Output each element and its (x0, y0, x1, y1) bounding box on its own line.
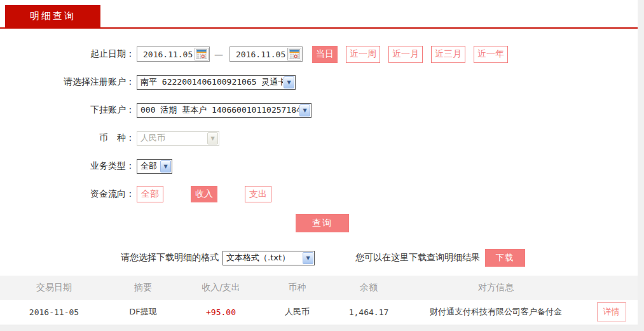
col-header-currency: 币种 (264, 276, 331, 300)
col-header-amount: 收入/支出 (178, 276, 264, 300)
tab-bar: 明细查询 (0, 0, 638, 29)
table-row: 2016-11-05 DF提现 +95.00 人民币 1,464.17 财付通支… (0, 300, 638, 325)
col-header-counterparty: 对方信息 (407, 276, 585, 300)
start-date-input[interactable]: 2016.11.05 (137, 46, 210, 62)
register-account-select[interactable]: 南平 6222001406100921065 灵通卡 ▼ (137, 75, 296, 90)
cell-counterparty: 财付通支付科技有限公司客户备付金 (407, 300, 585, 325)
end-date-value: 2016.11.05 (230, 50, 287, 59)
cell-currency: 人民币 (264, 300, 331, 325)
sub-account-select[interactable]: 000 活期 基本户 1406600101102571848 ▼ (137, 103, 312, 118)
query-form: 起止日期： 2016.11.05 (0, 29, 638, 232)
fund-flow-income-button[interactable]: 收入 (191, 186, 217, 202)
end-date-calendar-icon[interactable] (287, 48, 301, 60)
download-format-select[interactable]: 文本格式（.txt） ▼ (223, 251, 315, 265)
col-header-date: 交易日期 (0, 276, 108, 300)
col-header-action (585, 276, 638, 300)
register-account-row: 请选择注册账户： 南平 6222001406100921065 灵通卡 ▼ (0, 74, 638, 90)
fund-flow-label: 资金流向： (0, 188, 135, 200)
tab-detail-query[interactable]: 明细查询 (5, 5, 100, 27)
download-row: 请您选择下载明细的格式 文本格式（.txt） ▼ 您可以在这里下载查询明细结果 … (0, 249, 638, 267)
chevron-down-icon: ▼ (299, 104, 310, 116)
cell-balance: 1,464.17 (331, 300, 407, 325)
cell-action: 详情 (585, 300, 638, 325)
register-account-label: 请选择注册账户： (0, 76, 135, 88)
chevron-down-icon: ▼ (160, 160, 171, 173)
quick-range-today-button[interactable]: 当日 (312, 46, 338, 63)
biz-type-value: 全部 (137, 160, 160, 172)
currency-value: 人民币 (137, 132, 207, 144)
download-hint: 您可以在这里下载查询明细结果 (355, 252, 480, 264)
biz-type-row: 业务类型： 全部 ▼ (0, 158, 638, 174)
download-button[interactable]: 下载 (485, 249, 525, 267)
quick-range-year-button[interactable]: 近一年 (474, 46, 508, 63)
date-separator: — (214, 49, 223, 59)
chevron-down-icon: ▼ (207, 132, 218, 144)
biz-type-label: 业务类型： (0, 160, 135, 172)
cell-date: 2016-11-05 (0, 300, 108, 325)
quick-range-week-button[interactable]: 近一周 (346, 46, 380, 63)
currency-row: 币 种： 人民币 ▼ (0, 130, 638, 146)
sub-account-row: 下挂账户： 000 活期 基本户 1406600101102571848 ▼ (0, 102, 638, 118)
quick-range-quarter-button[interactable]: 近三月 (431, 46, 465, 63)
query-button[interactable]: 查询 (296, 214, 349, 232)
chevron-down-icon: ▼ (303, 252, 313, 264)
table-header-row: 交易日期 摘要 收入/支出 币种 余额 对方信息 (0, 276, 638, 300)
detail-query-panel: 明细查询 起止日期： 2016.11.05 (0, 0, 638, 325)
currency-select: 人民币 ▼ (137, 131, 219, 146)
currency-label: 币 种： (0, 132, 135, 144)
sub-account-value: 000 活期 基本户 1406600101102571848 (137, 104, 299, 116)
fund-flow-expense-button[interactable]: 支出 (245, 186, 271, 202)
results-table: 交易日期 摘要 收入/支出 币种 余额 对方信息 2016-11-05 DF提现… (0, 276, 638, 325)
date-range-row: 起止日期： 2016.11.05 (0, 46, 638, 62)
chevron-down-icon: ▼ (284, 76, 294, 88)
quick-range-month-button[interactable]: 近一月 (388, 46, 423, 63)
fund-flow-row: 资金流向： 全部 收入 支出 (0, 186, 638, 202)
cell-summary: DF提现 (108, 300, 178, 325)
start-date-value: 2016.11.05 (137, 50, 195, 59)
col-header-summary: 摘要 (108, 276, 178, 300)
cell-amount: +95.00 (178, 300, 264, 325)
download-format-label: 请您选择下载明细的格式 (121, 252, 219, 264)
start-date-calendar-icon[interactable] (195, 48, 209, 60)
end-date-input[interactable]: 2016.11.05 (230, 46, 303, 62)
download-format-value: 文本格式（.txt） (223, 252, 302, 264)
fund-flow-all-button[interactable]: 全部 (137, 186, 163, 202)
biz-type-select[interactable]: 全部 ▼ (137, 159, 172, 174)
sub-account-label: 下挂账户： (0, 104, 135, 116)
detail-button[interactable]: 详情 (597, 302, 626, 321)
register-account-value: 南平 6222001406100921065 灵通卡 (137, 76, 283, 88)
col-header-balance: 余额 (331, 276, 407, 300)
date-range-label: 起止日期： (0, 48, 135, 60)
